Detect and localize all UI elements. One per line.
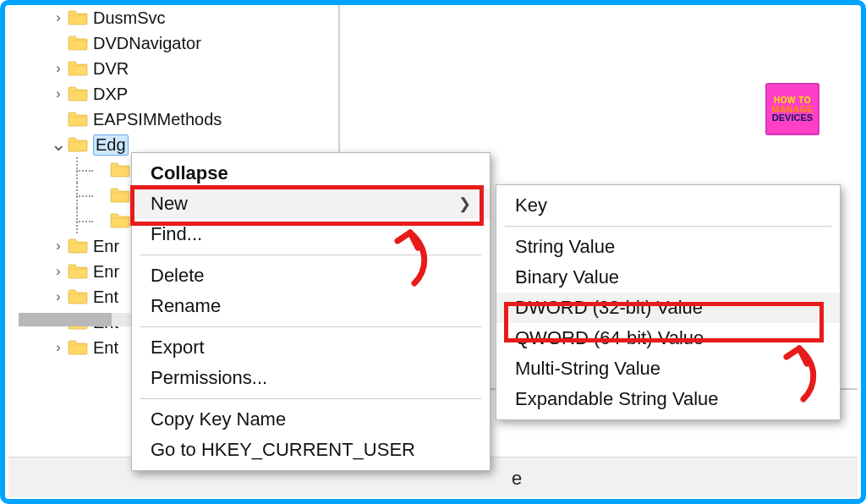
chevron-right-icon[interactable]: › bbox=[51, 264, 66, 279]
chevron-right-icon[interactable]: › bbox=[51, 86, 66, 101]
tree-item-label: DusmSvc bbox=[93, 8, 166, 28]
chevron-right-icon[interactable]: › bbox=[51, 238, 66, 254]
context-submenu-new: Key String Value Binary Value DWORD (32-… bbox=[496, 184, 841, 420]
context-item-copy-key[interactable]: Copy Key Name bbox=[132, 404, 490, 435]
folder-icon bbox=[68, 264, 88, 279]
status-bar-fragment: e bbox=[512, 468, 522, 490]
tree-item-label: Edg bbox=[93, 134, 129, 156]
context-item-export[interactable]: Export bbox=[132, 332, 490, 363]
chevron-right-icon[interactable]: › bbox=[51, 61, 66, 76]
tree-item[interactable]: ›DXP bbox=[8, 81, 338, 107]
folder-icon bbox=[68, 289, 88, 304]
submenu-item-expandable[interactable]: Expandable String Value bbox=[496, 384, 840, 414]
context-item-rename[interactable]: Rename bbox=[132, 291, 490, 321]
folder-icon bbox=[68, 10, 88, 25]
context-item-permissions[interactable]: Permissions... bbox=[132, 363, 490, 393]
context-menu: Collapse New ❯ Find... Delete Rename Exp… bbox=[131, 152, 491, 471]
folder-icon bbox=[68, 36, 88, 51]
tree-item-label: DVR bbox=[93, 59, 129, 79]
chevron-down-icon[interactable]: ⌄ bbox=[51, 140, 66, 149]
tree-item-label: Enr bbox=[93, 237, 119, 256]
tree-item-label: Enr bbox=[93, 262, 119, 282]
tree-item-label: DVDNavigator bbox=[93, 34, 201, 53]
submenu-item-binary[interactable]: Binary Value bbox=[496, 262, 840, 293]
folder-icon bbox=[68, 238, 88, 254]
context-item-delete[interactable]: Delete bbox=[132, 260, 490, 291]
tree-item-label: Ent bbox=[93, 338, 118, 358]
context-item-collapse[interactable]: Collapse bbox=[132, 158, 490, 189]
tree-item-label: Ent bbox=[93, 288, 118, 307]
tree-item-label: DXP bbox=[93, 85, 128, 104]
tree-item[interactable]: ›DusmSvc bbox=[8, 5, 338, 30]
folder-icon bbox=[110, 213, 130, 228]
folder-icon bbox=[68, 137, 88, 152]
tree-item[interactable]: ›DVDNavigator bbox=[8, 30, 338, 56]
menu-separator bbox=[140, 398, 481, 399]
submenu-item-qword[interactable]: QWORD (64-bit) Value bbox=[496, 323, 840, 353]
chevron-right-icon[interactable]: › bbox=[51, 10, 66, 25]
folder-icon bbox=[68, 340, 88, 355]
chevron-right-icon: ❯ bbox=[458, 194, 471, 213]
submenu-item-multistring[interactable]: Multi-String Value bbox=[496, 353, 840, 384]
context-item-find[interactable]: Find... bbox=[132, 219, 490, 249]
tree-item-label: EAPSIMMethods bbox=[93, 110, 222, 129]
folder-icon bbox=[110, 162, 130, 178]
submenu-item-key[interactable]: Key bbox=[496, 190, 840, 221]
tree-item[interactable]: ›EAPSIMMethods bbox=[8, 107, 338, 132]
folder-icon bbox=[110, 188, 130, 203]
menu-separator bbox=[140, 255, 481, 255]
menu-separator bbox=[505, 226, 831, 227]
watermark-logo: HOW TO MANAGE DEVICES bbox=[765, 83, 819, 135]
folder-icon bbox=[68, 112, 88, 127]
scrollbar-thumb[interactable] bbox=[19, 313, 112, 326]
context-item-goto[interactable]: Go to HKEY_CURRENT_USER bbox=[132, 435, 490, 465]
chevron-right-icon[interactable]: › bbox=[51, 289, 66, 304]
folder-icon bbox=[68, 86, 88, 101]
context-item-new[interactable]: New ❯ bbox=[132, 189, 490, 219]
menu-separator bbox=[140, 326, 481, 327]
submenu-item-dword[interactable]: DWORD (32-bit) Value bbox=[496, 293, 840, 323]
chevron-right-icon[interactable]: › bbox=[51, 340, 66, 355]
submenu-item-string[interactable]: String Value bbox=[496, 232, 840, 262]
folder-icon bbox=[68, 61, 88, 76]
tree-item[interactable]: ›DVR bbox=[8, 56, 338, 81]
